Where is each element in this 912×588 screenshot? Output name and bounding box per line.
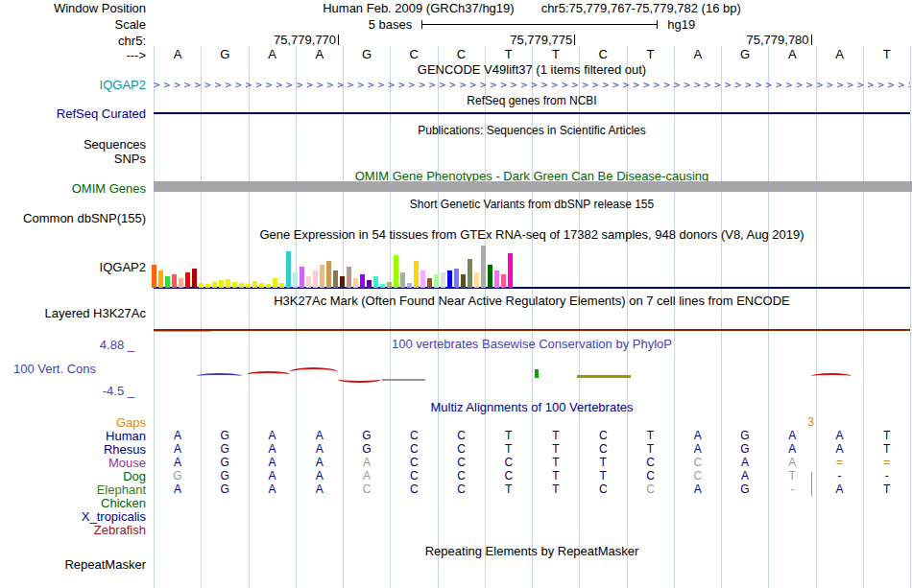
gtex-expression-bar	[434, 274, 439, 288]
gtex-gene-label[interactable]: IQGAP2	[0, 261, 146, 273]
alignment-base: G	[201, 483, 249, 496]
publications-track-title[interactable]: Publications: Sequences in Scientific Ar…	[154, 125, 910, 137]
snps-label[interactable]: SNPs	[0, 153, 146, 165]
gtex-expression-bar	[387, 282, 392, 288]
dbsnp-track-title[interactable]: Short Genetic Variants from dbSNP releas…	[154, 199, 910, 211]
dbsnp-label[interactable]: Common dbSNP(155)	[0, 212, 146, 224]
species-label-chicken[interactable]: Chicken	[0, 497, 146, 509]
species-label-elephant[interactable]: Elephant	[0, 483, 146, 496]
alignment-base: A	[816, 430, 864, 442]
gtex-expression-bar	[326, 261, 331, 288]
position-range: chr5:75,779,767-75,779,782 (16 bp)	[541, 1, 741, 15]
gtex-expression-bar	[185, 272, 190, 288]
repeatmasker-label[interactable]: RepeatMasker	[0, 558, 146, 571]
refseq-gene-line[interactable]	[154, 112, 910, 114]
coordinate-tick	[811, 35, 812, 45]
alignment-base: A	[154, 430, 202, 442]
sequence-base: T	[532, 48, 580, 60]
species-label-zebrafish[interactable]: Zebrafish	[0, 524, 146, 536]
gencode-item-label[interactable]: IQGAP2	[0, 79, 146, 91]
alignment-base: A	[296, 443, 344, 456]
base-position-guideline	[910, 46, 911, 588]
alignment-base: T	[485, 443, 533, 456]
gtex-expression-bar	[501, 274, 506, 288]
gtex-track-title[interactable]: Gene Expression in 54 tissues from GTEx …	[154, 228, 910, 241]
h3k27ac-track-title[interactable]: H3K27Ac Mark (Often Found Near Active Re…	[154, 294, 910, 307]
alignment-base: C	[579, 443, 627, 456]
chromosome-label: chr5:	[0, 35, 146, 47]
alignment-base: A	[296, 470, 344, 482]
gtex-expression-bar	[293, 272, 298, 288]
sequences-label[interactable]: Sequences	[0, 138, 146, 151]
gtex-expression-bar	[279, 283, 284, 288]
sequence-base: G	[343, 48, 391, 60]
scale-row: 5 bases hg19	[154, 18, 910, 31]
species-label-x-tropicalis[interactable]: X_tropicalis	[0, 510, 146, 523]
gtex-expression-bar	[172, 274, 177, 288]
alignment-base: G	[721, 483, 769, 496]
species-label-rhesus[interactable]: Rhesus	[0, 443, 146, 456]
omim-gene-bar[interactable]	[154, 181, 912, 192]
gtex-expression-bar	[353, 278, 358, 288]
alignment-base: C	[627, 483, 675, 496]
h3k27ac-signal-line[interactable]	[154, 329, 910, 331]
sequence-base: A	[674, 48, 722, 60]
gtex-expression-bar	[306, 276, 311, 288]
conservation-wiggle-segment	[247, 371, 290, 378]
conservation-wiggle-segment	[535, 369, 539, 378]
gtex-expression-bar	[259, 283, 264, 288]
genome-label: hg19	[667, 17, 695, 32]
gtex-expression-bar	[266, 284, 271, 288]
alignment-base: A	[249, 483, 297, 496]
gtex-expression-bar	[165, 276, 170, 288]
alignment-base: C	[343, 483, 391, 496]
conservation-max-value: 4.88 _	[0, 338, 134, 352]
gtex-expression-bar	[192, 269, 197, 288]
gtex-expression-bar	[508, 253, 513, 288]
species-label-mouse[interactable]: Mouse	[0, 457, 146, 469]
conservation-track-title[interactable]: 100 vertebrates Basewise Conservation by…	[154, 338, 910, 350]
alignment-base: A	[674, 443, 722, 456]
alignment-base: T	[532, 430, 580, 442]
multiz-track-title[interactable]: Multiz Alignments of 100 Vertebrates	[154, 401, 910, 413]
h3k27ac-label[interactable]: Layered H3K27Ac	[0, 307, 146, 319]
conservation-track-label[interactable]: 100 Vert. Cons	[13, 362, 96, 376]
refseq-curated-label[interactable]: RefSeq Curated	[0, 107, 146, 120]
alignment-base: T	[863, 443, 911, 456]
gtex-expression-bar	[441, 272, 445, 288]
sequence-base: G	[721, 48, 769, 60]
alignment-base: T	[485, 430, 533, 442]
sequence-base: G	[201, 48, 249, 60]
alignment-base: A	[674, 430, 722, 442]
alignment-base: T	[579, 470, 627, 482]
gtex-expression-bar	[313, 270, 318, 288]
coordinate-tick	[338, 35, 339, 45]
alignment-base: T	[532, 443, 580, 456]
alignment-base: T	[485, 483, 533, 496]
gtex-expression-bar	[300, 267, 304, 288]
gtex-expression-bar	[494, 270, 499, 288]
sequence-base: A	[816, 48, 864, 60]
species-label-human[interactable]: Human	[0, 430, 146, 442]
alignment-base: A	[721, 470, 769, 482]
scale-value: 5 bases	[369, 17, 413, 32]
gtex-expression-bar	[454, 269, 459, 288]
alignment-base: A	[296, 430, 344, 442]
gtex-expression-bar	[481, 246, 486, 288]
alignment-base: G	[343, 443, 391, 456]
refseq-track-title[interactable]: RefSeq genes from NCBI	[154, 95, 910, 107]
gtex-expression-bar	[158, 270, 163, 288]
omim-genes-label[interactable]: OMIM Genes	[0, 182, 146, 195]
transcript-intron-arrows[interactable]: >>>>>>>>>>>>>>>>>>>>>>>>>>>>>>>>>>>>>>>>…	[154, 79, 910, 91]
alignment-base: A	[816, 483, 864, 496]
gtex-expression-bar	[320, 265, 324, 288]
gencode-track-title[interactable]: GENCODE V49lift37 (1 items filtered out)	[154, 63, 910, 76]
species-label-gaps[interactable]: Gaps	[0, 416, 146, 429]
repeatmasker-track-title[interactable]: Repeating Elements by RepeatMasker	[154, 545, 910, 557]
alignment-base: -	[816, 470, 864, 482]
assembly-name: Human Feb. 2009 (GRCh37/hg19)	[323, 1, 514, 15]
gtex-expression-bar	[468, 259, 472, 288]
alignment-base: A	[249, 457, 297, 469]
species-label-dog[interactable]: Dog	[0, 470, 146, 482]
conservation-wiggle-segment	[577, 375, 631, 378]
